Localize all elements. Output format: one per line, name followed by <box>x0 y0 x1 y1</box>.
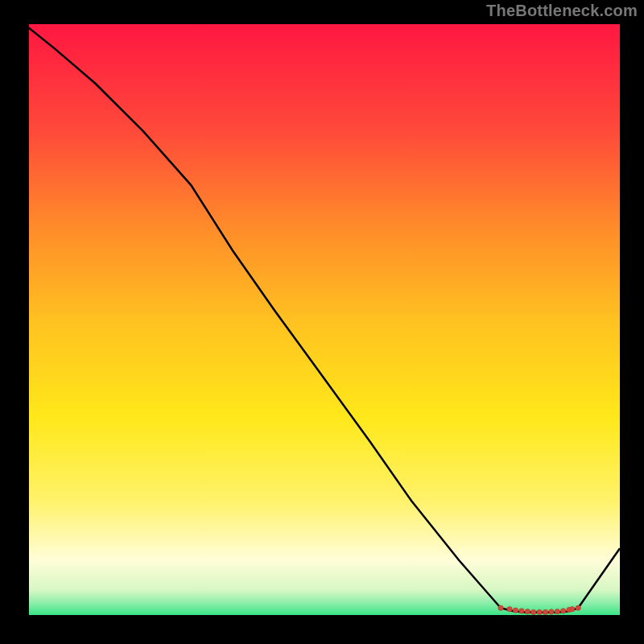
axes-frame <box>24 24 620 620</box>
chart-container: TheBottleneck.com <box>0 0 644 644</box>
watermark-text: TheBottleneck.com <box>486 2 638 20</box>
